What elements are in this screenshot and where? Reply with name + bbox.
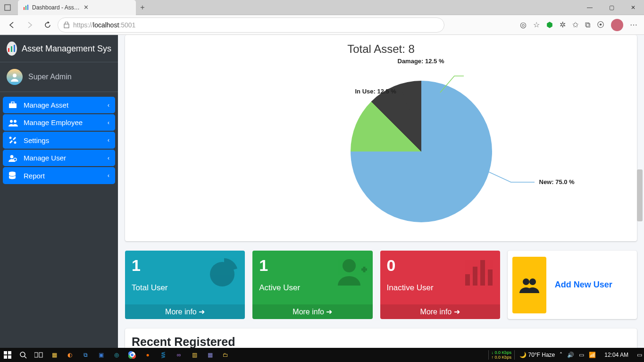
taskbar-app-icon[interactable] [126,349,138,361]
stat-box-inactive-user: 0 Inactive User More info ➜ [380,251,500,319]
tray-battery-icon[interactable]: ▭ [579,352,584,358]
sidebar-item-manage-user[interactable]: Manage User ‹ [3,150,115,166]
svg-point-11 [10,120,13,123]
taskbar-app-icon[interactable]: ◐ [64,349,75,361]
chevron-left-icon: ‹ [108,172,109,179]
svg-rect-7 [14,45,15,52]
bar-chart-icon [462,255,496,289]
svg-rect-6 [11,46,12,52]
extensions-icon[interactable]: ✲ [560,20,566,29]
svg-rect-26 [4,351,7,354]
screenshot-icon[interactable]: ⦿ [597,21,604,29]
tools-icon [8,136,20,144]
window-maximize-button[interactable]: ▢ [601,0,622,15]
pie-icon [207,255,241,289]
svg-rect-2 [25,6,26,10]
svg-point-38 [131,354,134,356]
new-tab-button[interactable]: + [136,3,149,12]
svg-rect-21 [473,267,477,286]
tray-chevron-icon[interactable]: ˄ [560,352,562,358]
browser-tab[interactable]: Dashboard - Asset Management ✕ [18,0,136,15]
close-tab-icon[interactable]: ✕ [84,4,131,11]
stat-box-active-user: 1 Active User More info ➜ [252,251,372,319]
shield-icon[interactable]: ⬢ [546,20,553,29]
taskbar-app-icon[interactable]: ◎ [111,349,122,361]
tray-volume-icon[interactable]: 🔊 [567,352,574,358]
arrow-right-icon: ➜ [454,308,460,316]
taskbar-app-icon[interactable]: ▥ [189,349,200,361]
notifications-icon[interactable]: ▭ [637,352,642,358]
address-bar[interactable]: https://localhost:5001 [58,17,444,33]
sidebar-item-manage-asset[interactable]: Manage Asset ‹ [3,97,115,113]
taskbar-app-icon[interactable]: ▣ [95,349,107,361]
window-titlebar: Dashboard - Asset Management ✕ + — ▢ ✕ [0,0,644,15]
address-url: https://localhost:5001 [73,21,135,29]
svg-rect-22 [480,260,485,286]
svg-point-14 [14,142,17,144]
brand-title: Asset Management Sys [22,44,111,54]
more-menu-icon[interactable]: ⋯ [630,20,637,29]
svg-point-18 [210,262,234,286]
sidebar-user[interactable]: Super Admin [0,62,118,92]
scrollbar[interactable] [636,35,643,348]
sidebar-item-report[interactable]: Report ‹ [3,167,115,184]
svg-rect-29 [8,355,11,359]
stat-footer-link[interactable]: More info ➜ [252,304,372,319]
nav-refresh-button[interactable] [40,17,56,33]
favicon-icon [23,4,29,11]
sidebar-item-manage-employee[interactable]: Manage Employee ‹ [3,114,115,131]
taskbar-app-icon[interactable]: ⧉ [80,349,91,361]
svg-rect-20 [465,274,470,286]
nav-forward-button[interactable] [22,17,38,33]
start-button[interactable] [2,349,13,361]
chart-card: Total Asset: 8 Damage: 12.5 % In Use: 12… [125,35,637,241]
profile-avatar-icon[interactable] [611,19,623,31]
taskbar-app-icon[interactable]: ⋚ [158,349,169,361]
svg-point-24 [523,278,529,285]
taskbar-app-icon[interactable]: ∞ [173,349,184,361]
svg-point-15 [10,155,14,158]
chart-title: Total Asset: 8 [125,42,637,56]
briefcase-icon [8,101,20,109]
weather-widget[interactable]: 🌙 70°F Haze [519,352,555,358]
svg-rect-0 [5,5,10,10]
chevron-left-icon: ‹ [108,102,109,109]
stat-footer-link[interactable]: More info ➜ [125,304,245,319]
taskbar-app-icon[interactable]: ● [142,349,153,361]
tab-actions-icon[interactable] [0,0,15,15]
taskbar-app-icon[interactable]: ▦ [49,349,60,361]
add-new-user-label: Add New User [555,280,612,290]
brand[interactable]: Asset Management Sys [0,35,118,62]
svg-line-31 [25,356,26,358]
chevron-left-icon: ‹ [108,119,109,126]
favorites-icon[interactable]: ☆ [533,20,540,29]
task-view-icon[interactable] [33,349,44,361]
favorites-bar-icon[interactable]: ✩ [572,20,578,29]
network-speed[interactable]: ↓ 0.0 Kbps ↑ 0.0 Kbps [488,350,515,360]
windows-taskbar: ▦ ◐ ⧉ ▣ ◎ ● ⋚ ∞ ▥ ▦ 🗀 ↓ 0.0 Kbps ↑ 0.0 K… [0,348,644,362]
svg-point-13 [9,137,12,139]
taskbar-app-icon[interactable]: ▦ [204,349,216,361]
window-close-button[interactable]: ✕ [622,0,644,15]
taskbar-clock[interactable]: 12:04 AM [601,352,632,358]
stat-footer-link[interactable]: More info ➜ [380,304,500,319]
user-cog-icon [8,154,20,162]
sidebar-item-settings[interactable]: Settings ‹ [3,132,115,149]
svg-point-19 [343,259,356,272]
nav-back-button[interactable] [4,17,20,33]
tray-wifi-icon[interactable]: 📶 [589,352,596,358]
location-icon[interactable]: ◎ [520,20,527,29]
sidebar-item-label: Manage Employee [24,118,83,126]
section-title: Recent Registered [132,335,630,348]
add-new-user-box[interactable]: Add New User [508,251,637,319]
scrollbar-thumb[interactable] [637,169,643,221]
search-icon[interactable] [17,349,29,361]
svg-rect-5 [8,48,9,52]
taskbar-app-icon[interactable]: 🗀 [220,349,231,361]
users-icon [512,257,546,313]
collections-icon[interactable]: ⧉ [585,21,590,29]
window-minimize-button[interactable]: — [579,0,601,15]
sidebar-user-name: Super Admin [28,73,72,81]
svg-rect-4 [64,24,69,28]
svg-rect-3 [27,5,28,10]
